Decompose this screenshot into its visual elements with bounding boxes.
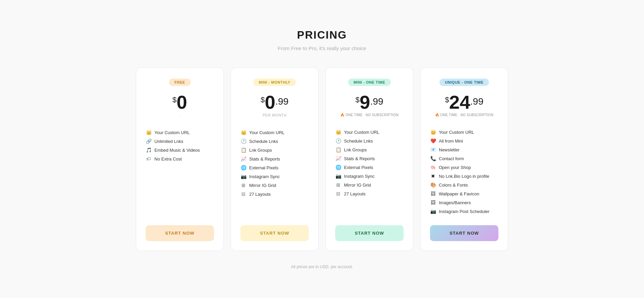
feature-icon-mini-onetime-1: 🕐: [335, 138, 341, 144]
plan-badge-free: FREE: [169, 79, 190, 86]
feature-text-unique-onetime-1: All from Mini: [439, 139, 463, 144]
feature-item-mini-monthly-3: 📈Stats & Reports: [240, 154, 309, 163]
price-period-mini-monthly: PER MONTH: [261, 113, 288, 117]
feature-text-unique-onetime-2: Newsletter: [439, 147, 459, 152]
feature-text-unique-onetime-5: No Lnk.Bio Logo in profile: [439, 174, 489, 179]
feature-item-mini-monthly-6: ⊞Mirror IG Grid: [240, 181, 309, 190]
feature-icon-unique-onetime-3: 📞: [430, 156, 436, 161]
price-note-mini-onetime: 🔥 ONE TIME · NO SUBSCRIPTION: [340, 113, 399, 117]
page-subtitle: From Free to Pro, it's really your choic…: [278, 45, 366, 51]
feature-text-mini-onetime-5: Instagram Sync: [344, 174, 374, 179]
feature-text-mini-onetime-3: Stats & Reports: [344, 156, 375, 161]
price-integer-mini-onetime: 9: [360, 93, 370, 112]
feature-item-mini-monthly-1: 🕐Schedule Lnks: [240, 137, 309, 146]
feature-item-unique-onetime-1: ❤️All from Mini: [430, 136, 498, 145]
feature-icon-mini-onetime-4: 🌐: [335, 165, 341, 170]
feature-icon-unique-onetime-7: 🖼: [430, 191, 436, 196]
feature-item-unique-onetime-8: 🖼Images/Banners: [430, 198, 498, 207]
start-btn-free[interactable]: START NOW: [146, 225, 214, 241]
feature-item-unique-onetime-7: 🖼Wallpaper & Favicon: [430, 189, 498, 198]
feature-text-mini-onetime-4: External Pixels: [344, 165, 373, 170]
feature-text-mini-monthly-1: Schedule Lnks: [249, 139, 278, 144]
start-btn-unique-onetime[interactable]: START NOW: [430, 225, 498, 241]
page-title: PRICING: [278, 29, 366, 41]
feature-item-mini-monthly-5: 📷Instagram Sync: [240, 172, 309, 181]
feature-icon-unique-onetime-2: 📧: [430, 147, 436, 152]
feature-icon-free-2: 🎵: [146, 147, 152, 153]
feature-icon-mini-monthly-2: 📋: [240, 147, 246, 153]
price-note-unique-onetime: 🔥 ONE TIME · NO SUBSCRIPTION: [435, 113, 493, 117]
price-dollar-mini-onetime: $: [356, 95, 360, 104]
plan-badge-mini-onetime: MINI - ONE TIME: [348, 79, 391, 86]
feature-item-unique-onetime-4: 🛍Open your Shop: [430, 163, 498, 172]
feature-text-mini-monthly-7: 27 Layouts: [249, 192, 271, 197]
feature-icon-unique-onetime-5: ✖: [430, 173, 436, 179]
feature-icon-free-3: 🏷: [146, 156, 152, 162]
feature-text-unique-onetime-7: Wallpaper & Favicon: [439, 191, 479, 196]
feature-text-mini-monthly-0: Your Custom URL: [249, 130, 284, 135]
price-dollar-free: $: [172, 95, 176, 104]
price-dollar-mini-monthly: $: [261, 95, 265, 104]
feature-item-unique-onetime-5: ✖No Lnk.Bio Logo in profile: [430, 172, 498, 180]
feature-icon-mini-monthly-3: 📈: [240, 156, 246, 162]
feature-icon-free-1: 🔗: [146, 139, 152, 144]
feature-icon-unique-onetime-9: 📷: [430, 209, 436, 214]
feature-icon-mini-onetime-3: 📈: [335, 156, 341, 161]
page-footer: All prices are in USD, per account.: [291, 264, 353, 269]
feature-item-mini-onetime-0: 👑Your Custom URL: [335, 128, 404, 136]
features-list-unique-onetime: 👑Your Custom URL❤️All from Mini📧Newslett…: [430, 128, 498, 216]
price-decimal-unique-onetime: .99: [470, 96, 484, 107]
price-area-unique-onetime: $24.99🔥 ONE TIME · NO SUBSCRIPTION: [435, 93, 493, 117]
features-list-mini-onetime: 👑Your Custom URL🕐Schedule Lnks📋Lnk Group…: [335, 128, 404, 216]
feature-icon-free-0: 👑: [146, 130, 152, 135]
feature-item-free-1: 🔗Unlimited Lnks: [146, 137, 214, 146]
feature-icon-mini-onetime-5: 📷: [335, 173, 341, 179]
start-btn-mini-monthly[interactable]: START NOW: [240, 225, 309, 241]
feature-item-free-3: 🏷No Extra Cost: [146, 154, 214, 163]
plan-badge-unique-onetime: UNIQUE - ONE TIME: [439, 79, 489, 86]
feature-text-mini-monthly-6: Mirror IG Grid: [249, 183, 276, 188]
price-integer-mini-monthly: 0: [265, 93, 275, 112]
feature-icon-mini-monthly-7: ⊟: [240, 191, 246, 197]
feature-item-mini-onetime-1: 🕐Schedule Lnks: [335, 136, 404, 145]
feature-item-mini-monthly-4: 🌐External Pixels: [240, 163, 309, 172]
price-dollar-unique-onetime: $: [445, 95, 449, 104]
feature-item-mini-monthly-0: 👑Your Custom URL: [240, 128, 309, 137]
feature-text-mini-onetime-2: Lnk Groups: [344, 147, 367, 152]
feature-item-mini-onetime-7: ⊟27 Layouts: [335, 189, 404, 198]
feature-icon-unique-onetime-0: 👑: [430, 129, 436, 135]
feature-icon-mini-onetime-0: 👑: [335, 129, 341, 135]
feature-icon-mini-monthly-5: 📷: [240, 174, 246, 179]
feature-icon-unique-onetime-4: 🛍: [430, 165, 436, 170]
feature-item-mini-monthly-2: 📋Lnk Groups: [240, 146, 309, 154]
feature-text-mini-onetime-6: Mirror IG Grid: [344, 183, 371, 188]
feature-item-mini-onetime-5: 📷Instagram Sync: [335, 172, 404, 180]
price-integer-unique-onetime: 24: [449, 93, 470, 112]
feature-text-unique-onetime-0: Your Custom URL: [439, 130, 474, 135]
feature-item-mini-onetime-3: 📈Stats & Reports: [335, 154, 404, 163]
feature-text-unique-onetime-9: Instagram Post Scheduler: [439, 209, 490, 214]
feature-item-unique-onetime-6: 🎨Colors & Fonts: [430, 180, 498, 189]
feature-icon-unique-onetime-1: ❤️: [430, 138, 436, 144]
features-list-free: 👑Your Custom URL🔗Unlimited Lnks🎵Embed Mu…: [146, 128, 214, 216]
feature-icon-mini-onetime-6: ⊞: [335, 182, 341, 188]
plan-badge-mini-monthly: MINI - MONTHLY: [253, 79, 296, 86]
feature-item-mini-monthly-7: ⊟27 Layouts: [240, 190, 309, 198]
price-decimal-mini-onetime: .99: [370, 96, 383, 107]
start-btn-mini-onetime[interactable]: START NOW: [335, 225, 404, 241]
price-area-mini-monthly: $0.99PER MONTH: [261, 93, 288, 117]
feature-icon-unique-onetime-8: 🖼: [430, 200, 436, 205]
feature-icon-mini-onetime-2: 📋: [335, 147, 341, 152]
feature-text-mini-monthly-2: Lnk Groups: [249, 148, 272, 153]
feature-item-unique-onetime-0: 👑Your Custom URL: [430, 128, 498, 136]
feature-text-mini-onetime-7: 27 Layouts: [344, 191, 366, 196]
pricing-card-mini-onetime: MINI - ONE TIME$9.99🔥 ONE TIME · NO SUBS…: [325, 67, 413, 251]
footer-note: All prices are in USD, per account.: [291, 264, 353, 269]
pricing-grid: FREE$0.👑Your Custom URL🔗Unlimited Lnks🎵E…: [136, 67, 508, 251]
feature-text-mini-onetime-1: Schedule Lnks: [344, 139, 373, 144]
feature-text-free-2: Embed Music & Videos: [154, 148, 200, 153]
feature-text-unique-onetime-3: Contact form: [439, 156, 464, 161]
price-decimal-mini-monthly: .99: [275, 96, 288, 107]
feature-item-unique-onetime-2: 📧Newsletter: [430, 145, 498, 154]
feature-item-free-2: 🎵Embed Music & Videos: [146, 146, 214, 154]
